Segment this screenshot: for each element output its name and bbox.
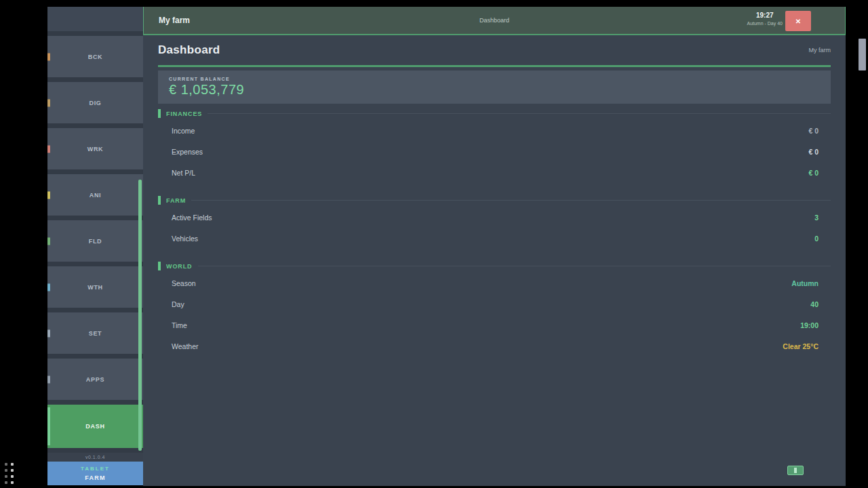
sidebar-item-label: FLD <box>89 238 102 245</box>
sidebar: BCK DIG WRK ANI FLD WTH SET APPS DASH v0… <box>47 7 143 485</box>
dash-icon <box>47 407 50 445</box>
stat-label: Season <box>172 279 196 287</box>
section-world: WORLD Season Autumn Day 40 Time 19:00 We… <box>158 262 831 357</box>
balance-card: CURRENT BALANCE € 1,053,779 <box>158 70 831 104</box>
corner-dots <box>5 463 14 484</box>
sidebar-item-apps[interactable]: APPS <box>47 359 143 400</box>
stat-row-weather: Weather Clear 25°C <box>158 336 831 357</box>
sidebar-item-label: ANI <box>90 192 102 199</box>
stat-row-season: Season Autumn <box>158 272 831 293</box>
section-title: FINANCES <box>166 110 202 117</box>
title-divider <box>158 65 831 67</box>
logo-line1: TABLET <box>81 466 110 472</box>
wrk-icon <box>47 145 50 152</box>
sidebar-item-label: WRK <box>87 146 104 152</box>
section-header: WORLD <box>158 262 831 270</box>
stat-row-expenses: Expenses € 0 <box>158 141 831 162</box>
sidebar-item-label: WTH <box>87 284 103 291</box>
section-rule <box>208 113 831 114</box>
logo-line2: FARM <box>85 474 105 481</box>
clock-time: 19:27 <box>747 12 783 19</box>
stat-label: Vehicles <box>172 235 198 243</box>
clock-date: Autumn - Day 40 <box>747 21 783 26</box>
stat-value: Clear 25°C <box>783 342 818 350</box>
tabletfarm-logo: TABLET FARM <box>47 462 143 485</box>
dot <box>5 463 7 466</box>
fld-icon <box>47 237 50 245</box>
tablet-panel: My farm Dashboard 19:27 Autumn - Day 40 … <box>143 7 846 486</box>
stat-row-time: Time 19:00 <box>158 314 831 336</box>
sidebar-item-label: DIG <box>89 100 101 106</box>
section-accent-bar <box>158 109 161 118</box>
dot <box>5 469 7 472</box>
section-header: FINANCES <box>158 109 831 118</box>
topbar-farm-name: My farm <box>159 16 190 25</box>
sidebar-item-label: APPS <box>86 376 104 383</box>
stat-value: € 0 <box>808 127 818 135</box>
sidebar-item-bck[interactable]: BCK <box>47 36 143 77</box>
stat-value: 40 <box>810 300 818 308</box>
dig-icon <box>47 99 50 106</box>
sidebar-item-dash[interactable]: DASH <box>47 405 143 448</box>
section-rule <box>198 266 831 266</box>
sidebar-scrollbar[interactable] <box>138 180 142 451</box>
sidebar-header <box>47 7 143 31</box>
stat-label: Active Fields <box>172 214 212 222</box>
battery-level-bar <box>794 468 797 473</box>
topbar: My farm Dashboard 19:27 Autumn - Day 40 … <box>143 7 846 35</box>
section-header: FARM <box>158 196 831 205</box>
breadcrumb: Dashboard <box>479 17 509 24</box>
app-version: v0.1.0.4 <box>47 453 143 462</box>
wth-icon <box>47 283 50 291</box>
section-accent-bar <box>158 196 161 205</box>
stat-value: Autumn <box>791 279 818 287</box>
page-farm-label: My farm <box>809 47 831 54</box>
section-title: FARM <box>166 197 186 204</box>
dot <box>11 475 14 478</box>
balance-label: CURRENT BALANCE <box>169 77 820 81</box>
dot <box>11 463 14 466</box>
sidebar-item-dig[interactable]: DIG <box>47 82 143 123</box>
bck-icon <box>47 53 50 60</box>
stat-row-netpl: Net P/L € 0 <box>158 162 831 183</box>
stat-value: 19:00 <box>800 321 818 329</box>
stat-row-day: Day 40 <box>158 293 831 314</box>
apps-icon <box>47 375 50 383</box>
section-title: WORLD <box>166 263 193 270</box>
stat-label: Time <box>172 321 187 329</box>
sidebar-item-set[interactable]: SET <box>47 312 143 354</box>
close-icon: ✕ <box>795 18 801 25</box>
dot <box>11 469 14 472</box>
section-accent-bar <box>158 262 161 270</box>
sidebar-item-ani[interactable]: ANI <box>47 174 143 216</box>
sidebar-item-fld[interactable]: FLD <box>47 220 143 262</box>
set-icon <box>47 329 50 337</box>
close-button[interactable]: ✕ <box>785 11 811 31</box>
page-header: Dashboard My farm <box>158 35 831 65</box>
stat-label: Day <box>172 300 184 308</box>
stat-label: Weather <box>172 342 199 350</box>
stat-row-vehicles: Vehicles 0 <box>158 228 831 249</box>
section-rule <box>191 200 831 201</box>
sidebar-item-wrk[interactable]: WRK <box>47 128 143 169</box>
stat-value: € 0 <box>808 169 818 177</box>
stat-label: Net P/L <box>172 169 195 177</box>
stat-row-income: Income € 0 <box>158 120 831 141</box>
sidebar-item-wth[interactable]: WTH <box>47 266 143 308</box>
page-title: Dashboard <box>158 43 220 57</box>
sidebar-item-label: SET <box>89 330 102 337</box>
ani-icon <box>47 191 50 199</box>
topbar-clock: 19:27 Autumn - Day 40 <box>747 12 783 26</box>
stat-row-active-fields: Active Fields 3 <box>158 207 831 228</box>
dot <box>11 481 14 484</box>
dot <box>5 481 7 484</box>
stat-label: Income <box>172 127 195 135</box>
dot <box>5 475 7 478</box>
stat-value: 3 <box>814 214 818 222</box>
screen-scrollbar-thumb[interactable] <box>859 39 866 70</box>
section-finances: FINANCES Income € 0 Expenses € 0 Net P/L… <box>158 109 831 183</box>
battery-icon <box>787 466 804 475</box>
section-farm: FARM Active Fields 3 Vehicles 0 <box>158 196 831 249</box>
stat-value: € 0 <box>808 148 818 156</box>
sidebar-item-label: BCK <box>88 54 103 60</box>
